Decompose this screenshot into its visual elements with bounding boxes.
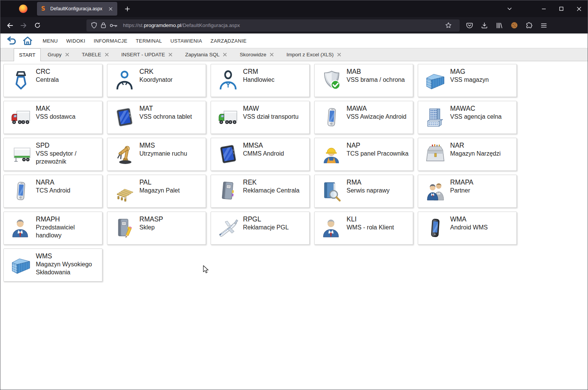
navbar-right-icons — [466, 22, 548, 29]
tile-code: CRK — [139, 67, 173, 76]
tile-code: NAR — [450, 141, 501, 150]
tile-mms[interactable]: MMS Utrzymanie ruchu — [107, 138, 206, 171]
tile-code: MAK — [36, 104, 75, 113]
smartphone-icon — [10, 180, 32, 202]
tile-rmaph[interactable]: RMAPH Przedstawiciel handlowy — [3, 212, 102, 245]
app-tab-zapytania-sql[interactable]: Zapytania SQL — [179, 48, 233, 61]
tab-close-icon[interactable] — [105, 53, 109, 57]
new-tab-button[interactable] — [122, 4, 132, 14]
tile-rmapa[interactable]: RMAPA Partner — [418, 175, 517, 208]
tile-crm[interactable]: CRM Handlowiec — [211, 64, 310, 97]
tile-nar[interactable]: NAR Magazyn Narzędzi — [418, 138, 517, 171]
tile-mak[interactable]: MAK VSS dostawca — [3, 101, 102, 134]
tab-close-icon[interactable] — [168, 53, 173, 57]
tile-mawac[interactable]: MAWAC VSS agencja celna — [418, 101, 517, 134]
app-tab-import-z-excel-xls-[interactable]: Import z Excel (XLS) — [281, 48, 347, 61]
app-tab-label: Zapytania SQL — [185, 52, 219, 57]
tile-mmsa[interactable]: MMSA CMMS Android — [211, 138, 310, 171]
key-icon[interactable] — [110, 23, 118, 28]
tile-code: CRM — [243, 67, 275, 76]
tile-nara[interactable]: NARA TCS Android — [3, 175, 102, 208]
tile-pal[interactable]: PAL Magazyn Palet — [107, 175, 206, 208]
menu-item-ustawienia[interactable]: USTAWIENIA — [166, 38, 206, 44]
tile-mag[interactable]: MAG VSS magazyn — [418, 64, 517, 97]
tile-mawa[interactable]: MAWA VSS Awizacje Android — [314, 101, 413, 134]
tab-close-icon[interactable] — [65, 53, 69, 57]
tab-close-icon[interactable] — [337, 53, 341, 57]
tile-label: Magazyn Palet — [139, 186, 180, 194]
app-back-button[interactable] — [6, 36, 17, 46]
url-bar[interactable]: https://st.programdemo.pl/DefaultKonfigu… — [86, 19, 460, 32]
tile-label: VSS ochrona tablet — [139, 113, 192, 121]
tile-crc[interactable]: CRC Centrala — [3, 64, 102, 97]
menu-item-zarządzanie[interactable]: ZARZĄDZANIE — [206, 38, 251, 44]
menu-item-menu[interactable]: MENU — [38, 38, 62, 44]
tile-code: MAWAC — [450, 104, 502, 113]
tile-maw[interactable]: MAW VSS dział transportu — [211, 101, 310, 134]
pocket-icon[interactable] — [466, 22, 473, 29]
firefox-logo-icon[interactable] — [19, 5, 27, 13]
tile-mat[interactable]: MAT VSS ochrona tablet — [107, 101, 206, 134]
tile-spd[interactable]: SPD VSS spedytor / przewoźnik — [3, 138, 102, 171]
reload-button[interactable] — [31, 19, 43, 32]
cookie-extension-icon[interactable] — [510, 22, 518, 29]
robot-arm-icon — [114, 143, 135, 165]
tile-rpgl[interactable]: RPGL Reklamacje PGL — [211, 212, 310, 245]
app-toolbar: MENUWIDOKIINFORMACJETERMINALUSTAWIENIAZA… — [0, 33, 588, 48]
address-book-icon — [217, 180, 239, 202]
app-tab-skorowidze[interactable]: Skorowidze — [234, 48, 280, 61]
tile-code: RMAPH — [36, 215, 101, 223]
app-home-button[interactable] — [22, 36, 33, 46]
app-tab-strip: STARTGrupyTABELEINSERT - UPDATEZapytania… — [0, 48, 588, 61]
menu-item-widoki[interactable]: WIDOKI — [62, 38, 89, 44]
app-tab-label: Grupy — [48, 52, 62, 57]
tile-rma[interactable]: RMA Serwis naprawy — [314, 175, 413, 208]
tab-close-icon[interactable] — [270, 53, 274, 57]
tile-code: RMASP — [139, 215, 163, 223]
tile-rek[interactable]: REK Reklamacje Centrala — [211, 175, 310, 208]
tile-code: MAWA — [347, 104, 406, 113]
back-button[interactable] — [4, 19, 16, 32]
tile-code: NAP — [347, 141, 409, 150]
tile-wms[interactable]: WMS Magazyn Wysokiego Składowania — [3, 248, 102, 282]
list-all-tabs-chevron-icon[interactable] — [504, 3, 515, 14]
app-tab-insert-update[interactable]: INSERT - UPDATE — [116, 48, 179, 61]
browser-titlebar: S DefaultKonfiguracja.aspx — [0, 0, 588, 17]
tile-wma[interactable]: WMA Android WMS — [418, 212, 517, 245]
app-tab-grupy[interactable]: Grupy — [42, 48, 75, 61]
menu-item-terminal[interactable]: TERMINAL — [131, 38, 166, 44]
tile-kli[interactable]: KLI WMS - rola Klient — [314, 212, 413, 245]
worker-icon — [321, 143, 342, 165]
app-tab-start[interactable]: START — [14, 48, 41, 61]
tile-nap[interactable]: NAP TCS panel Pracownika — [314, 138, 413, 171]
app-tab-label: Import z Excel (XLS) — [286, 52, 334, 57]
titlebar-right — [504, 0, 588, 17]
lock-icon[interactable] — [101, 22, 106, 29]
tile-mab[interactable]: MAB VSS brama / ochrona — [314, 64, 413, 97]
tile-code: MMS — [139, 141, 187, 150]
forward-button[interactable] — [18, 19, 30, 32]
browser-tab[interactable]: S DefaultKonfiguracja.aspx — [37, 2, 117, 16]
tile-label: VSS Awizacje Android — [347, 113, 406, 121]
window-close-button[interactable] — [570, 0, 588, 17]
downloads-icon[interactable] — [481, 22, 488, 29]
partners-icon — [425, 180, 446, 202]
tile-label: Koordynator — [139, 76, 173, 84]
tile-code: KLI — [347, 215, 394, 223]
tracking-shield-icon[interactable] — [91, 22, 97, 29]
library-icon[interactable] — [495, 22, 503, 29]
window-minimize-button[interactable] — [535, 0, 553, 17]
tab-close-icon[interactable] — [223, 53, 227, 57]
menu-item-informacje[interactable]: INFORMACJE — [89, 38, 132, 44]
tile-code: REK — [243, 178, 300, 186]
app-tab-tabele[interactable]: TABELE — [76, 48, 115, 61]
bookmark-star-icon[interactable] — [445, 22, 452, 29]
tile-crk[interactable]: CRK Koordynator — [107, 64, 206, 97]
tab-close-icon[interactable] — [107, 5, 114, 13]
window-maximize-button[interactable] — [553, 0, 570, 17]
tile-label: VSS brama / ochrona — [347, 76, 405, 84]
extensions-puzzle-icon[interactable] — [525, 22, 533, 29]
tile-label: WMS - rola Klient — [347, 223, 394, 231]
hamburger-menu-icon[interactable] — [540, 22, 548, 29]
tile-rmasp[interactable]: RMASP Sklep — [107, 212, 206, 245]
